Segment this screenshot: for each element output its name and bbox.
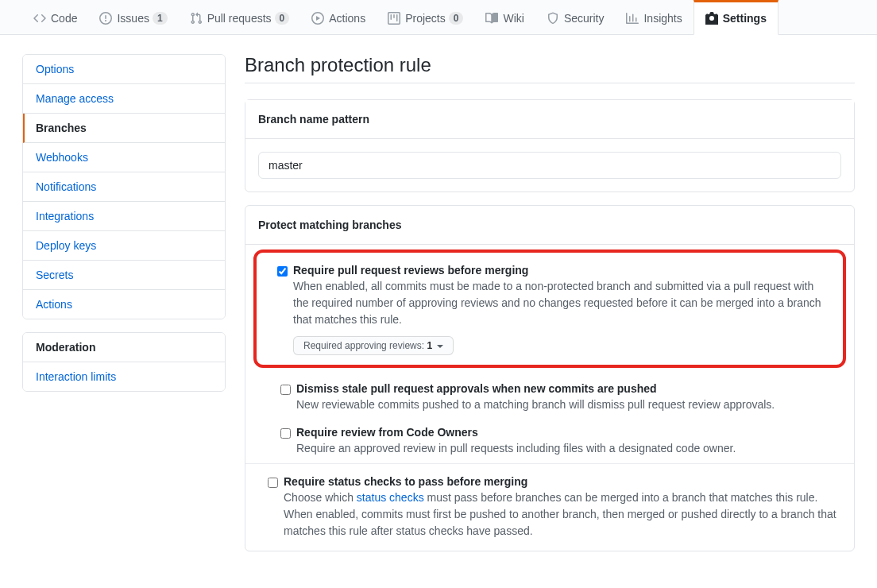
settings-sidebar: Options Manage access Branches Webhooks … xyxy=(22,54,226,564)
note-code-owners: Require an approved review in pull reque… xyxy=(296,442,736,455)
gear-icon xyxy=(705,12,718,25)
sidebar-item-interaction-limits[interactable]: Interaction limits xyxy=(23,362,225,391)
note-status-checks: Choose which status checks must pass bef… xyxy=(284,491,836,537)
tab-issues[interactable]: Issues 1 xyxy=(88,0,178,35)
sidebar-item-secrets[interactable]: Secrets xyxy=(23,261,225,290)
tab-code-label: Code xyxy=(51,12,77,25)
caret-down-icon xyxy=(437,345,443,348)
tab-insights[interactable]: Insights xyxy=(615,0,693,35)
tab-code[interactable]: Code xyxy=(22,0,88,35)
book-icon xyxy=(485,12,498,25)
repo-tabs: Code Issues 1 Pull requests 0 Actions Pr… xyxy=(0,0,877,35)
project-icon xyxy=(388,12,400,25)
tab-pulls[interactable]: Pull requests 0 xyxy=(179,0,301,35)
option-require-reviews: Require pull request reviews before merg… xyxy=(261,261,838,355)
tab-pulls-label: Pull requests xyxy=(207,12,272,25)
code-icon xyxy=(33,12,46,25)
checkbox-status-checks[interactable] xyxy=(268,478,278,488)
shield-icon xyxy=(547,12,559,25)
branch-pattern-header: Branch name pattern xyxy=(245,100,854,139)
projects-count: 0 xyxy=(449,12,464,25)
status-checks-link[interactable]: status checks xyxy=(357,491,424,504)
note-require-reviews: When enabled, all commits must be made t… xyxy=(293,280,821,326)
option-dismiss-stale: Dismiss stale pull request approvals whe… xyxy=(261,376,854,420)
tab-projects[interactable]: Projects 0 xyxy=(377,0,474,35)
label-status-checks: Require status checks to pass before mer… xyxy=(284,475,841,488)
note-dismiss-stale: New reviewable commits pushed to a match… xyxy=(296,398,775,411)
graph-icon xyxy=(626,12,639,25)
issues-count: 1 xyxy=(153,12,168,25)
checkbox-require-reviews[interactable] xyxy=(277,266,288,277)
tab-security-label: Security xyxy=(564,12,605,25)
checkbox-dismiss-stale[interactable] xyxy=(280,385,291,395)
tab-issues-label: Issues xyxy=(117,12,149,25)
sidebar-heading-moderation: Moderation xyxy=(23,333,225,362)
pulls-count: 0 xyxy=(275,12,290,25)
tab-insights-label: Insights xyxy=(643,12,682,25)
option-code-owners: Require review from Code Owners Require … xyxy=(261,420,854,463)
tab-actions[interactable]: Actions xyxy=(300,0,377,35)
option-status-checks: Require status checks to pass before mer… xyxy=(245,464,854,551)
tab-settings[interactable]: Settings xyxy=(693,0,778,35)
tab-settings-label: Settings xyxy=(723,12,767,25)
sidebar-item-manage-access[interactable]: Manage access xyxy=(23,84,225,114)
tab-security[interactable]: Security xyxy=(535,0,616,35)
page-title: Branch protection rule xyxy=(245,54,855,83)
play-icon xyxy=(311,12,324,25)
branch-pattern-box: Branch name pattern xyxy=(245,99,855,192)
pull-request-icon xyxy=(190,12,203,25)
content: Branch protection rule Branch name patte… xyxy=(245,54,855,564)
protect-branches-box: Protect matching branches Require pull r… xyxy=(245,205,855,551)
tab-wiki[interactable]: Wiki xyxy=(474,0,535,35)
highlight-require-reviews: Require pull request reviews before merg… xyxy=(253,250,846,368)
sidebar-item-branches[interactable]: Branches xyxy=(23,114,225,143)
sidebar-item-options[interactable]: Options xyxy=(23,55,225,84)
tab-wiki-label: Wiki xyxy=(503,12,523,25)
tab-projects-label: Projects xyxy=(405,12,446,25)
required-reviews-dropdown[interactable]: Required approving reviews: 1 xyxy=(293,336,454,355)
issue-icon xyxy=(99,12,112,25)
label-dismiss-stale: Dismiss stale pull request approvals whe… xyxy=(296,382,841,395)
sidebar-item-webhooks[interactable]: Webhooks xyxy=(23,143,225,172)
branch-pattern-input[interactable] xyxy=(258,152,841,179)
label-require-reviews: Require pull request reviews before merg… xyxy=(293,264,825,277)
label-code-owners: Require review from Code Owners xyxy=(296,426,841,439)
dropdown-prefix: Required approving reviews: xyxy=(303,340,427,351)
sidebar-item-integrations[interactable]: Integrations xyxy=(23,202,225,231)
sidebar-item-notifications[interactable]: Notifications xyxy=(23,172,225,202)
sidebar-item-actions[interactable]: Actions xyxy=(23,290,225,319)
dropdown-value: 1 xyxy=(427,340,432,351)
tab-actions-label: Actions xyxy=(329,12,365,25)
protect-branches-header: Protect matching branches xyxy=(245,206,854,245)
checkbox-code-owners[interactable] xyxy=(280,428,291,439)
sidebar-item-deploy-keys[interactable]: Deploy keys xyxy=(23,231,225,261)
